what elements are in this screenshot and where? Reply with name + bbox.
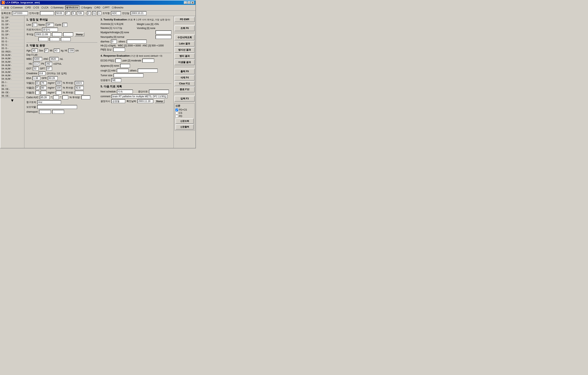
line-input[interactable] bbox=[32, 23, 37, 27]
decision-doctor-input[interactable] bbox=[111, 99, 125, 103]
gfr-input[interactable] bbox=[48, 76, 58, 80]
list-item[interactable]: 06- OE - bbox=[0, 94, 24, 98]
chemoport-input1[interactable] bbox=[39, 110, 51, 114]
drug3-code[interactable] bbox=[35, 91, 39, 95]
diarrhea-input[interactable] bbox=[111, 40, 117, 43]
date3-input[interactable] bbox=[63, 32, 73, 36]
tab-lca[interactable]: LCA bbox=[41, 6, 49, 9]
stamp-button1[interactable]: Stamp bbox=[74, 32, 84, 36]
drug1-code[interactable] bbox=[35, 81, 39, 85]
doctor-input[interactable] bbox=[42, 28, 58, 32]
date4-input[interactable] bbox=[38, 37, 48, 41]
plt-s3-input[interactable] bbox=[113, 48, 125, 52]
labo-result-button[interactable]: Labo 결과 bbox=[175, 41, 195, 47]
cycle-input[interactable] bbox=[62, 23, 67, 27]
bsa-input[interactable] bbox=[32, 76, 40, 80]
drug1-given-input[interactable] bbox=[75, 81, 84, 85]
patient-history-button[interactable]: 수진내역조회 bbox=[175, 35, 195, 40]
code4-input[interactable] bbox=[92, 11, 96, 15]
list-item[interactable]: 01- DP - bbox=[0, 33, 24, 36]
tab-ro[interactable]: RO bbox=[94, 6, 101, 9]
got-input[interactable] bbox=[33, 67, 39, 71]
close-button[interactable]: X bbox=[191, 1, 194, 4]
supplement-input[interactable] bbox=[37, 105, 77, 109]
tab-cs[interactable]: CS bbox=[32, 6, 40, 9]
drug1-pct[interactable] bbox=[56, 81, 62, 85]
list-item[interactable]: 03- IRES - bbox=[0, 50, 24, 54]
drug2-pct[interactable] bbox=[56, 86, 62, 90]
tab-summary[interactable]: Summary bbox=[50, 6, 64, 9]
list-item[interactable]: 06- OE - bbox=[0, 91, 24, 94]
tab-pd[interactable]: PD bbox=[24, 6, 32, 9]
reg-num-input[interactable] bbox=[12, 11, 28, 15]
list-item[interactable]: 02- G - bbox=[0, 40, 24, 43]
sex-input[interactable] bbox=[65, 11, 70, 15]
list-item[interactable]: 04- ALIM - bbox=[0, 60, 24, 64]
hb-s2-input[interactable] bbox=[33, 62, 40, 66]
stamp-button2[interactable]: Stamp bbox=[155, 99, 165, 103]
diagnosis-input[interactable] bbox=[130, 11, 147, 15]
patient-info-input[interactable] bbox=[40, 11, 54, 15]
antiemetic-input[interactable] bbox=[37, 100, 61, 104]
list-item[interactable]: 04- ALIM - bbox=[0, 67, 24, 70]
carbo-pct-input[interactable] bbox=[62, 96, 68, 99]
tab-medicine[interactable]: Medicine bbox=[65, 6, 80, 10]
code5-input[interactable] bbox=[97, 11, 101, 15]
radiology-result-button[interactable]: 방사선 결과 bbox=[175, 47, 195, 53]
drug3-given-input[interactable] bbox=[75, 91, 84, 95]
code3-input[interactable] bbox=[87, 11, 91, 15]
wt-field[interactable] bbox=[54, 49, 60, 53]
anc-s2-input[interactable] bbox=[50, 57, 59, 61]
carbo-given-input[interactable] bbox=[81, 96, 90, 99]
age-input[interactable] bbox=[55, 11, 64, 15]
confirm-date-input[interactable] bbox=[137, 99, 153, 103]
pd-emr-button[interactable]: PD EMR bbox=[175, 17, 195, 22]
date-input[interactable] bbox=[35, 32, 51, 36]
drug3-dose[interactable] bbox=[41, 91, 47, 95]
tab-surgery[interactable]: Surgery bbox=[80, 6, 93, 9]
name-input[interactable] bbox=[46, 23, 54, 27]
stop-reason-input[interactable] bbox=[149, 90, 169, 94]
code2-input[interactable] bbox=[77, 11, 84, 15]
sex-field[interactable] bbox=[44, 49, 48, 53]
carbo-input[interactable] bbox=[40, 96, 50, 99]
date5-input[interactable] bbox=[50, 37, 60, 41]
list-item[interactable]: 01- DP - bbox=[0, 26, 24, 30]
maximize-button[interactable]: □ bbox=[188, 1, 191, 4]
ht-field[interactable] bbox=[68, 49, 74, 53]
cs-checkbox[interactable] bbox=[176, 112, 178, 114]
ecog-input[interactable] bbox=[115, 59, 121, 63]
next-schedule-input[interactable] bbox=[117, 90, 133, 94]
drug1-dose[interactable] bbox=[41, 81, 47, 85]
delete-f4-button[interactable]: 삭제 F4 bbox=[175, 75, 195, 81]
exit-f12-button[interactable]: 종료 F12 bbox=[175, 86, 195, 92]
list-item[interactable]: 01- DP - bbox=[0, 16, 24, 19]
list-item[interactable]: 04- ALIM - bbox=[0, 70, 24, 74]
neuropathy-input[interactable] bbox=[156, 35, 171, 39]
pain-input[interactable] bbox=[142, 59, 154, 63]
shinmun-search-button[interactable]: 신문조회 bbox=[176, 118, 194, 124]
cough-input[interactable] bbox=[117, 69, 129, 73]
tab-broncho[interactable]: Broncho bbox=[111, 6, 124, 9]
others-s4-input[interactable] bbox=[138, 69, 158, 73]
shinmun-print-button[interactable]: 신문출력 bbox=[176, 124, 194, 129]
list-item[interactable]: 02- G - bbox=[0, 43, 24, 47]
drug2-dose[interactable] bbox=[41, 86, 47, 90]
list-item[interactable]: 02- G - bbox=[0, 47, 24, 50]
drug3-pct[interactable] bbox=[56, 91, 62, 95]
list-item[interactable]: 05- I - bbox=[0, 81, 24, 84]
list-item[interactable]: 04- ALIM - bbox=[0, 64, 24, 67]
comment-input[interactable] bbox=[112, 94, 168, 98]
myalgia-input[interactable] bbox=[156, 30, 171, 34]
pd-checkbox[interactable] bbox=[176, 115, 178, 118]
list-item[interactable]: 04- ALIM - bbox=[0, 57, 24, 60]
drug2-given-input[interactable] bbox=[75, 86, 84, 90]
tab-pft[interactable]: PFT bbox=[102, 6, 111, 9]
clear-f11-button[interactable]: Clear F11 bbox=[175, 81, 195, 86]
date2-input[interactable] bbox=[52, 32, 62, 36]
tab-common[interactable]: Common bbox=[10, 6, 24, 9]
response-input[interactable] bbox=[111, 78, 121, 82]
list-item[interactable]: 04- ALIM - bbox=[0, 54, 24, 57]
input-f3-button[interactable]: 입력 F3 bbox=[175, 96, 195, 102]
list-item[interactable]: 05- I - bbox=[0, 84, 24, 87]
